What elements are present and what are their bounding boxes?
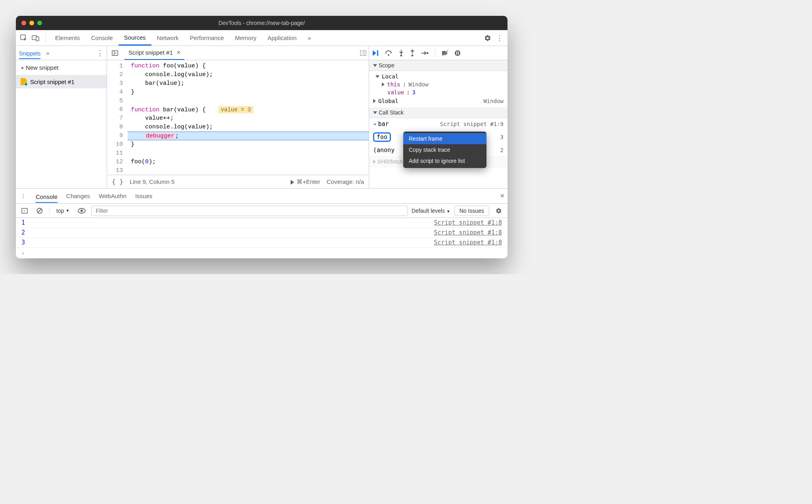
close-window-button[interactable] (21, 21, 26, 25)
scope-section-header[interactable]: Scope (369, 60, 508, 71)
log-source-link[interactable]: Script snippet #1:8 (434, 229, 502, 236)
svg-rect-5 (377, 50, 378, 56)
code-editor[interactable]: 12345678910111213 function foo(value) { … (107, 60, 369, 175)
tab-network[interactable]: Network (151, 30, 184, 46)
navigator-menu-icon[interactable]: ⋮ (96, 49, 103, 57)
close-drawer-icon[interactable]: × (500, 192, 504, 200)
deactivate-breakpoints-icon[interactable] (442, 50, 449, 56)
editor-tab-label: Script snippet #1 (128, 49, 173, 56)
window-title: DevTools - chrome://new-tab-page/ (16, 20, 508, 26)
window-controls (21, 21, 42, 25)
resume-icon[interactable] (372, 50, 379, 56)
callstack-section-header[interactable]: Call Stack (369, 107, 508, 118)
step-into-icon[interactable] (398, 50, 404, 57)
menu-restart-frame[interactable]: Restart frame (403, 133, 486, 144)
log-value: 2 (21, 229, 25, 236)
device-toggle-icon[interactable] (30, 32, 41, 44)
console-prompt[interactable]: › (16, 248, 508, 258)
console-settings-icon[interactable] (493, 205, 504, 216)
tab-elements[interactable]: Elements (50, 30, 86, 46)
scope-global-header[interactable]: Global Window (369, 96, 508, 106)
stack-frame-bar[interactable]: ➔bar Script snippet #1:9 (369, 118, 508, 130)
cursor-position: Line 9, Column 5 (130, 178, 174, 185)
editor-tab[interactable]: Script snippet #1 × (124, 46, 184, 60)
live-expression-icon[interactable] (76, 205, 87, 216)
settings-icon[interactable] (482, 32, 493, 44)
context-selector[interactable]: top ▼ (54, 206, 72, 215)
zoom-window-button[interactable] (37, 21, 42, 25)
code-content: function foo(value) { console.log(value)… (128, 60, 369, 175)
tab-application[interactable]: Application (262, 30, 302, 46)
navigator-tabs-overflow[interactable]: » (46, 50, 49, 56)
drawer-tab-issues[interactable]: Issues (135, 193, 152, 199)
inspect-icon[interactable] (18, 32, 29, 44)
svg-point-9 (427, 52, 429, 54)
scope-local-header[interactable]: Local (369, 73, 508, 80)
drawer-tab-webauthn[interactable]: WebAuthn (99, 193, 126, 199)
navigator-tab-snippets[interactable]: Snippets (19, 50, 40, 59)
close-tab-icon[interactable]: × (177, 49, 180, 56)
pretty-print-icon[interactable]: { } (112, 178, 123, 185)
snippet-item[interactable]: Script snippet #1 (16, 75, 107, 88)
collapse-icon (373, 160, 376, 164)
menu-add-ignore-list[interactable]: Add script to ignore list (403, 155, 486, 166)
menu-copy-stack-trace[interactable]: Copy stack trace (403, 144, 486, 155)
toggle-debugger-icon[interactable] (360, 50, 366, 56)
snippet-file-icon (21, 78, 27, 85)
editor-statusbar: { } Line 9, Column 5 ⌘+Enter Coverage: n… (107, 175, 369, 188)
context-menu: Restart frame Copy stack trace Add scrip… (403, 132, 486, 168)
svg-point-6 (388, 54, 389, 56)
devtools-window: DevTools - chrome://new-tab-page/ Elemen… (16, 16, 508, 258)
run-snippet-hint[interactable]: ⌘+Enter (291, 178, 320, 185)
pause-exceptions-icon[interactable] (454, 50, 461, 56)
step-icon[interactable] (421, 50, 429, 56)
snippet-item-label: Script snippet #1 (30, 78, 75, 85)
scope-var-value[interactable]: value: 3 (369, 88, 508, 96)
tab-memory[interactable]: Memory (230, 30, 262, 46)
tabs-overflow[interactable]: » (302, 30, 316, 46)
scope-var-this[interactable]: this: Window (369, 80, 508, 88)
drawer: ⋮ Console Changes WebAuthn Issues × top … (16, 189, 508, 258)
step-out-icon[interactable] (410, 50, 415, 57)
drawer-menu-icon[interactable]: ⋮ (19, 191, 27, 202)
svg-line-17 (38, 209, 41, 212)
expand-icon (375, 75, 379, 78)
debugger-panel: Scope Local this: Window value: 3 Global (369, 46, 508, 188)
new-snippet-label: + New snippet (21, 64, 58, 71)
svg-point-8 (412, 54, 414, 56)
tab-sources[interactable]: Sources (119, 30, 151, 46)
log-levels-selector[interactable]: Default levels ▼ (412, 208, 450, 214)
log-source-link[interactable]: Script snippet #1:8 (434, 239, 502, 246)
step-over-icon[interactable] (385, 50, 393, 56)
clear-console-icon[interactable] (34, 205, 45, 216)
tab-console[interactable]: Console (86, 30, 119, 46)
minimize-window-button[interactable] (29, 21, 34, 25)
console-log-row: 2Script snippet #1:8 (16, 228, 508, 238)
new-snippet-button[interactable]: + New snippet (16, 60, 107, 75)
svg-rect-2 (36, 37, 39, 41)
toggle-navigator-icon[interactable] (109, 48, 121, 59)
issues-button[interactable]: No Issues (454, 206, 489, 216)
drawer-tab-changes[interactable]: Changes (66, 193, 90, 199)
selected-frame-highlight: foo (373, 132, 391, 142)
console-log-row: 1Script snippet #1:8 (16, 218, 508, 228)
svg-point-19 (80, 210, 83, 212)
collapse-icon (373, 99, 376, 103)
svg-rect-13 (456, 52, 457, 55)
console-toolbar: top ▼ Default levels ▼ No Issues (16, 204, 508, 218)
editor-panel: Script snippet #1 × 12345678910111213 fu… (107, 46, 369, 188)
scope-body: Local this: Window value: 3 Global Windo… (369, 71, 508, 107)
svg-rect-14 (458, 52, 459, 55)
titlebar: DevTools - chrome://new-tab-page/ (16, 16, 508, 30)
log-value: 1 (21, 219, 25, 226)
coverage-status: Coverage: n/a (327, 178, 364, 185)
kebab-menu-icon[interactable]: ⋮ (494, 32, 505, 44)
tab-performance[interactable]: Performance (184, 30, 230, 46)
log-source-link[interactable]: Script snippet #1:8 (434, 219, 502, 226)
expand-icon (373, 111, 377, 114)
main-toolbar: Elements Console Sources Network Perform… (16, 30, 508, 46)
console-filter-input[interactable] (91, 206, 408, 216)
drawer-tab-console[interactable]: Console (36, 193, 57, 203)
console-sidebar-icon[interactable] (19, 205, 30, 216)
console-log-row: 3Script snippet #1:8 (16, 238, 508, 248)
